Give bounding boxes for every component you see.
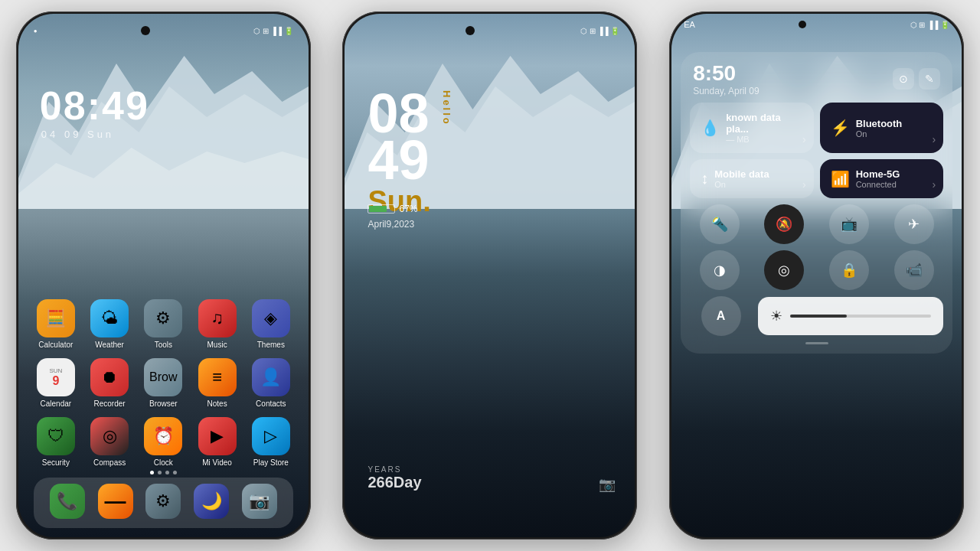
flashlight-button[interactable]: 🔦 [700,204,740,244]
wifi-icon: 📶 [831,170,850,188]
phone-1: ● ⬡ ⊞ ▐▐ 🔋 08:49 04 09 Sun 🧮 Calculator … [16,11,311,540]
mute-icon: 🔕 [776,216,792,233]
battery-pct: 67% [399,204,417,214]
phone1-status-bar: ● ⬡ ⊞ ▐▐ 🔋 [18,14,309,41]
video-button[interactable]: 📹 [894,250,934,290]
wifi-arrow: › [932,178,936,191]
dock-settings-icon: ⚙ [145,484,181,519]
data-plan-arrow: › [802,133,806,145]
themes-label: Themes [257,341,285,349]
flashlight-icon: 🔦 [711,216,728,233]
data-plan-title: known data pla... [726,112,803,135]
clock-label: Clock [154,458,173,467]
app-clock[interactable]: ⏰ Clock [141,417,185,467]
bluetooth-icon: ⚡ [831,119,850,137]
font-size-button[interactable]: A [701,296,741,336]
cp-tile-bluetooth[interactable]: ⚡ Bluetooth On › [820,103,944,153]
airplane-button[interactable]: ✈ [894,204,934,244]
page-indicators [18,471,309,474]
phone2-clock-widget: 08 49 Hello Sun. [368,90,430,218]
brightness-icon: ☀ [770,308,782,324]
security-icon: 🛡 [37,417,75,455]
wifi-title: Home-5G [856,168,900,180]
cp-tile-mobile-data[interactable]: ↕ Mobile data On › [690,159,814,198]
app-calendar[interactable]: SUN9 Calendar [34,358,78,408]
cp-quick-row-1: 🔦 🔕 📺 ✈ [690,204,943,244]
home-time: 08:49 [40,83,149,129]
widget-minute: 49 [368,137,429,184]
cast-icon: 📺 [841,216,858,233]
app-row-3: 🛡 Security ◎ Compass ⏰ Clock ▶ Mi Video … [34,417,293,467]
app-mivideo[interactable]: ▶ Mi Video [195,417,240,467]
app-tools[interactable]: ⚙ Tools [141,299,185,349]
notes-icon: ≡ [198,358,237,396]
calendar-label: Calendar [41,399,72,408]
app-recorder[interactable]: ⏺ Recorder [87,358,132,408]
cp-header: 8:50 Sunday, April 09 ⊙ ✎ [690,61,943,96]
music-icon: ♫ [198,299,237,337]
years-label: YEARS [368,465,421,474]
app-row-1: 🧮 Calculator 🌤 Weather ⚙ Tools ♫ Music ◈ [34,299,293,349]
airplane-icon: ✈ [908,216,920,233]
phone2-camera-icon[interactable]: 📷 [599,476,616,493]
cp-tile-data-plan[interactable]: 💧 known data pla... — MB › [690,103,814,153]
cp-header-icons: ⊙ ✎ [893,68,940,90]
themes-icon: ◈ [252,299,290,337]
brightness-control[interactable]: ☀ [758,297,943,335]
phone-3: EA ⬡ ⊞ ▐▐ 🔋 8:50 Sunday, April 09 ⊙ ✎ [669,11,964,540]
app-weather[interactable]: 🌤 Weather [87,299,132,349]
camera-notch [141,26,150,35]
location-button[interactable]: ◎ [764,250,804,290]
app-music[interactable]: ♫ Music [195,299,240,349]
contrast-button[interactable]: ◑ [700,250,740,290]
app-contacts[interactable]: 👤 Contacts [249,358,293,408]
mute-button[interactable]: 🔕 [764,204,804,244]
lock-rotate-button[interactable]: 🔒 [829,250,869,290]
browser-icon: Brow [144,358,182,396]
dot-1 [150,471,154,474]
battery-bar [368,204,395,214]
dock-phone[interactable]: 📞 [45,484,90,522]
app-themes[interactable]: ◈ Themes [249,299,293,349]
tools-icon: ⚙ [144,299,182,337]
phone2-date: April9,2023 [368,219,414,230]
brightness-fill [790,315,847,318]
cp-tiles: 💧 known data pla... — MB › ⚡ Bluetooth [690,103,943,198]
dock-camera-icon: 📷 [242,484,277,519]
cp-tile-wifi[interactable]: 📶 Home-5G Connected › [820,159,944,198]
app-compass[interactable]: ◎ Compass [87,417,132,467]
cp-screenshot-icon[interactable]: ⊙ [893,68,914,90]
cast-button[interactable]: 📺 [829,204,869,244]
clock-icon: ⏰ [144,417,182,455]
dock-phone-icon: 📞 [50,484,85,519]
bluetooth-sub: On [856,129,903,139]
data-plan-icon: 💧 [701,119,720,137]
app-calculator[interactable]: 🧮 Calculator [34,299,78,349]
contacts-icon: 👤 [252,358,290,396]
dock-dark[interactable]: 🌙 [189,484,234,522]
playstore-label: Play Store [253,458,289,467]
compass-icon: ◎ [90,417,129,455]
dock-minus-icon: — [98,484,133,519]
dock-camera[interactable]: 📷 [237,484,282,522]
lock-rotate-icon: 🔒 [841,262,858,279]
cp-date: Sunday, April 09 [693,86,760,96]
phone-2: ⬡ ⊞ ▐▐ 🔋 08 49 Hello Sun. 67% April9,202… [342,11,637,540]
app-playstore[interactable]: ▷ Play Store [249,417,293,467]
cp-bottom-row: A ☀ [690,296,943,336]
days-count: 266Day [368,474,421,491]
dock-dark-icon: 🌙 [194,484,229,519]
app-notes[interactable]: ≡ Notes [195,358,240,408]
recorder-icon: ⏺ [90,358,129,396]
recorder-label: Recorder [94,399,126,408]
weather-icon: 🌤 [90,299,129,337]
cp-edit-icon[interactable]: ✎ [919,68,940,90]
calculator-label: Calculator [38,341,73,349]
app-security[interactable]: 🛡 Security [34,417,78,467]
dock-minus[interactable]: — [93,484,138,522]
home-date: 04 09 Sun [41,129,114,140]
mivideo-icon: ▶ [198,417,237,455]
dock-settings[interactable]: ⚙ [141,484,185,522]
app-browser[interactable]: Brow Browser [141,358,185,408]
phone3-notch [799,21,806,28]
